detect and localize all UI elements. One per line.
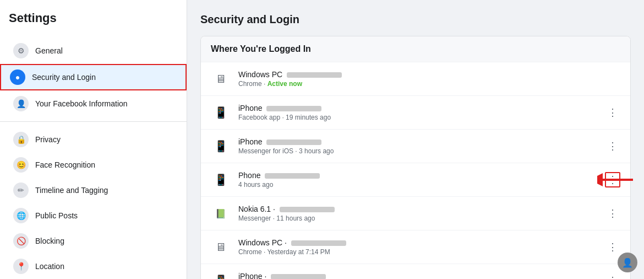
gear-icon: ⚙ xyxy=(13,43,29,58)
device-row: 📱 iPhone · Mobile Safari · October 17 at… xyxy=(201,264,630,279)
sidebar-item-timeline[interactable]: ✏ Timeline and Tagging xyxy=(4,178,182,202)
sidebar-title: Settings xyxy=(0,0,187,33)
page-title: Security and Login xyxy=(200,13,631,26)
sidebar-item-label: Public Posts xyxy=(35,211,78,220)
more-options-button[interactable]: ⋮ xyxy=(605,138,620,154)
more-options-button[interactable]: ⋮ xyxy=(605,206,620,221)
sidebar-item-label: Privacy xyxy=(35,135,61,144)
sidebar-item-general[interactable]: ⚙ General xyxy=(4,39,182,63)
device-name: iPhone · xyxy=(238,272,605,279)
device-info: Nokia 6.1 · Messenger · 11 hours ago xyxy=(238,205,605,222)
more-options-button[interactable]: ⋮ xyxy=(605,239,620,255)
device-info: iPhone · Mobile Safari · October 17 at 9… xyxy=(238,272,605,279)
device-info: Windows PC · Chrome · Yesterday at 7:14 … xyxy=(238,238,605,256)
device-name-blur xyxy=(265,173,320,179)
logged-in-section: Where You're Logged In 🖥 Windows PC Chro… xyxy=(200,36,631,279)
sidebar-item-face-recognition[interactable]: 😊 Face Recognition xyxy=(4,153,182,177)
facebook-info-icon: 👤 xyxy=(13,96,29,111)
globe-icon: 🌐 xyxy=(13,208,29,223)
main-content: Security and Login Where You're Logged I… xyxy=(187,0,644,279)
device-sub: Messenger for iOS · 3 hours ago xyxy=(238,147,605,155)
phone-icon: 📱 xyxy=(211,170,231,190)
sidebar-item-security[interactable]: ● Security and Login xyxy=(0,64,187,90)
sidebar-item-label: General xyxy=(35,46,63,55)
device-info: Phone 4 hours ago xyxy=(238,171,605,189)
device-sub: Chrome · Yesterday at 7:14 PM xyxy=(238,248,605,256)
block-icon: 🚫 xyxy=(13,233,29,249)
more-options-button-highlighted[interactable]: ⋮ xyxy=(605,172,620,187)
device-row: 📱 Phone 4 hours ago ⋮ xyxy=(201,163,630,197)
phone-icon: 📱 xyxy=(211,136,231,156)
lock-icon: 🔒 xyxy=(13,132,29,147)
device-info: iPhone Facebook app · 19 minutes ago xyxy=(238,104,605,121)
device-sub: 4 hours ago xyxy=(238,181,605,189)
device-name-blur xyxy=(266,106,321,111)
sidebar-item-facebook-info[interactable]: 👤 Your Facebook Information xyxy=(4,92,182,116)
sidebar-item-privacy[interactable]: 🔒 Privacy xyxy=(4,127,182,152)
device-name-blur xyxy=(287,72,342,78)
phone-icon: 📱 xyxy=(211,271,231,279)
device-name-blur xyxy=(291,240,346,246)
device-name: iPhone xyxy=(238,137,605,146)
device-info: Windows PC Chrome · Active now xyxy=(238,70,620,88)
device-name-blur xyxy=(266,140,321,145)
sidebar-item-public-posts[interactable]: 🌐 Public Posts xyxy=(4,203,182,228)
sidebar-item-label: Your Facebook Information xyxy=(35,99,128,108)
face-icon: 😊 xyxy=(13,157,29,173)
device-name-blur xyxy=(280,207,335,212)
phone-icon: 📗 xyxy=(211,203,231,223)
sidebar-item-label: Timeline and Tagging xyxy=(35,186,108,195)
sidebar-item-label: Location xyxy=(35,262,64,271)
section-header: Where You're Logged In xyxy=(201,36,630,62)
active-now-badge: Active now xyxy=(268,80,302,88)
sidebar-item-label: Blocking xyxy=(35,237,64,245)
user-avatar[interactable]: 👤 xyxy=(618,253,637,272)
sidebar-item-label: Face Recognition xyxy=(35,160,95,169)
timeline-icon: ✏ xyxy=(13,183,29,198)
security-icon: ● xyxy=(10,69,25,85)
sidebar-item-blocking[interactable]: 🚫 Blocking xyxy=(4,229,182,253)
device-name: Windows PC · xyxy=(238,238,605,247)
device-sub: Chrome · Active now xyxy=(238,80,620,88)
device-row: 🖥 Windows PC · Chrome · Yesterday at 7:1… xyxy=(201,230,630,264)
more-options-button[interactable]: ⋮ xyxy=(605,273,620,279)
sidebar-item-location[interactable]: 📍 Location xyxy=(4,254,182,278)
device-row: 📱 iPhone Messenger for iOS · 3 hours ago… xyxy=(201,130,630,163)
sidebar-item-label: Security and Login xyxy=(32,73,96,82)
device-name: Phone xyxy=(238,171,605,180)
more-options-button[interactable]: ⋮ xyxy=(605,105,620,120)
device-name: Windows PC xyxy=(238,70,620,79)
phone-icon: 📱 xyxy=(211,103,231,122)
device-sub: Messenger · 11 hours ago xyxy=(238,214,605,222)
desktop-icon: 🖥 xyxy=(211,237,231,257)
sidebar-group-2: 🔒 Privacy 😊 Face Recognition ✏ Timeline … xyxy=(0,122,187,279)
device-name: Nokia 6.1 · xyxy=(238,205,605,213)
device-row: 🖥 Windows PC Chrome · Active now xyxy=(201,62,630,96)
sidebar-group-1: ⚙ General ● Security and Login 👤 Your Fa… xyxy=(0,33,187,122)
device-sub: Facebook app · 19 minutes ago xyxy=(238,114,605,121)
desktop-icon: 🖥 xyxy=(211,69,231,89)
device-name: iPhone xyxy=(238,104,605,112)
device-row: 📱 iPhone Facebook app · 19 minutes ago ⋮ xyxy=(201,96,630,130)
device-row: 📗 Nokia 6.1 · Messenger · 11 hours ago ⋮ xyxy=(201,197,630,230)
device-info: iPhone Messenger for iOS · 3 hours ago xyxy=(238,137,605,155)
location-icon: 📍 xyxy=(13,259,29,274)
sidebar: Settings ⚙ General ● Security and Login … xyxy=(0,0,187,279)
device-name-blur xyxy=(271,274,326,279)
